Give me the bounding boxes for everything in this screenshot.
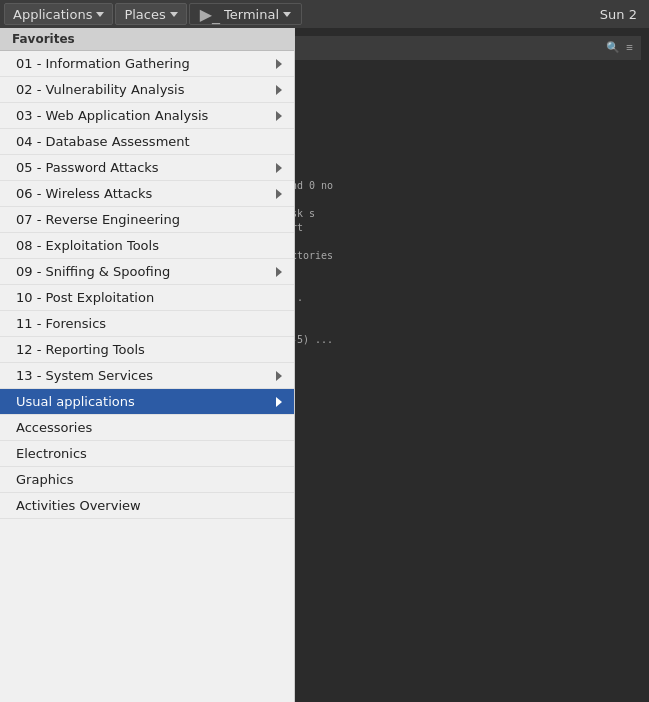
- menu-item-label: 13 - System Services: [16, 368, 153, 383]
- menu-item-label: 07 - Reverse Engineering: [16, 212, 180, 227]
- menu-item-post-exploit[interactable]: 10 - Post Exploitation: [0, 285, 294, 311]
- menu-item-activities[interactable]: Activities Overview: [0, 493, 294, 519]
- terminal-label: Terminal: [224, 7, 279, 22]
- menu-item-exploit-tools[interactable]: 08 - Exploitation Tools: [0, 233, 294, 259]
- menu-item-label: 11 - Forensics: [16, 316, 106, 331]
- places-arrow-icon: [170, 12, 178, 17]
- menu-item-reporting[interactable]: 12 - Reporting Tools: [0, 337, 294, 363]
- submenu-arrow-icon: [276, 267, 282, 277]
- menu-item-vuln-analysis[interactable]: 02 - Vulnerability Analysis: [0, 77, 294, 103]
- taskbar-time: Sun 2: [600, 7, 645, 22]
- taskbar: Applications Places ▶_ Terminal Sun 2: [0, 0, 649, 28]
- menu-item-label: 03 - Web Application Analysis: [16, 108, 208, 123]
- menu-item-electronics[interactable]: Electronics: [0, 441, 294, 467]
- terminal-btn[interactable]: ▶_ Terminal: [189, 3, 302, 25]
- menu-item-label: 08 - Exploitation Tools: [16, 238, 159, 253]
- main-area: 🏠 Home 🔍 ≡ root@kali: ~ root@kali: ~ Sea…: [0, 28, 649, 702]
- menu-item-usual-apps[interactable]: Usual applications: [0, 389, 294, 415]
- submenu-arrow-icon: [276, 111, 282, 121]
- menu-item-accessories[interactable]: Accessories: [0, 415, 294, 441]
- submenu-arrow-icon: [276, 85, 282, 95]
- menu-item-wireless[interactable]: 06 - Wireless Attacks: [0, 181, 294, 207]
- submenu-arrow-icon: [276, 59, 282, 69]
- menu-item-label: Electronics: [16, 446, 87, 461]
- menu-item-label: 02 - Vulnerability Analysis: [16, 82, 184, 97]
- menu-item-label: 09 - Sniffing & Spoofing: [16, 264, 170, 279]
- menu-item-web-app[interactable]: 03 - Web Application Analysis: [0, 103, 294, 129]
- menu-item-db-assessment[interactable]: 04 - Database Assessment: [0, 129, 294, 155]
- menu-item-label: 04 - Database Assessment: [16, 134, 190, 149]
- menu-item-info-gathering[interactable]: 01 - Information Gathering: [0, 51, 294, 77]
- submenu-arrow-icon: [276, 163, 282, 173]
- menu-item-label: 12 - Reporting Tools: [16, 342, 145, 357]
- menu-item-label: 05 - Password Attacks: [16, 160, 159, 175]
- menu-item-label: Graphics: [16, 472, 73, 487]
- menu-item-label: Usual applications: [16, 394, 135, 409]
- menu-item-sys-services[interactable]: 13 - System Services: [0, 363, 294, 389]
- menu-item-label: 10 - Post Exploitation: [16, 290, 154, 305]
- menu-item-label: Accessories: [16, 420, 92, 435]
- submenu-arrow-icon: [276, 371, 282, 381]
- menu-item-password-attacks[interactable]: 05 - Password Attacks: [0, 155, 294, 181]
- applications-menu-panel: Favorites 01 - Information Gathering 02 …: [0, 28, 295, 702]
- applications-menu-btn[interactable]: Applications: [4, 3, 113, 25]
- menu-item-sniffing[interactable]: 09 - Sniffing & Spoofing: [0, 259, 294, 285]
- menu-item-graphics[interactable]: Graphics: [0, 467, 294, 493]
- applications-label: Applications: [13, 7, 92, 22]
- submenu-arrow-icon: [276, 397, 282, 407]
- terminal-arrow-icon: [283, 12, 291, 17]
- applications-arrow-icon: [96, 12, 104, 17]
- menu-item-forensics[interactable]: 11 - Forensics: [0, 311, 294, 337]
- places-label: Places: [124, 7, 165, 22]
- submenu-arrow-icon: [276, 189, 282, 199]
- favorites-header: Favorites: [0, 28, 294, 51]
- menu-item-label: 06 - Wireless Attacks: [16, 186, 152, 201]
- menu-item-label: Activities Overview: [16, 498, 141, 513]
- places-menu-btn[interactable]: Places: [115, 3, 186, 25]
- menu-item-reverse-eng[interactable]: 07 - Reverse Engineering: [0, 207, 294, 233]
- terminal-icon: ▶_: [200, 5, 220, 24]
- menu-item-label: 01 - Information Gathering: [16, 56, 190, 71]
